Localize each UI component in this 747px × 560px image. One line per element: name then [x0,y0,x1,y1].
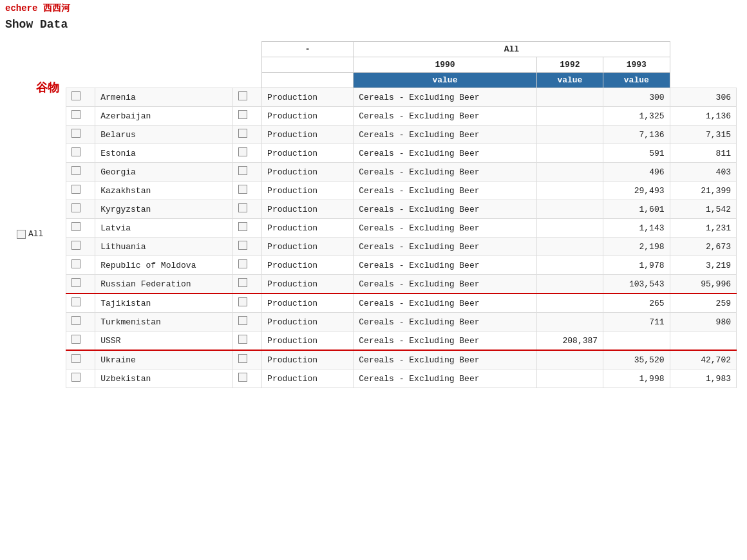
value-cell-v1992: 300 [603,88,670,107]
item-name: Cereals - Excluding Beer [354,294,536,313]
value-cell-v1992 [603,331,670,351]
country-checkbox-cell [66,144,95,163]
element-checkbox[interactable] [238,278,247,287]
all-checkbox-row[interactable]: All [17,229,43,239]
value-cell-v1993: 811 [670,144,736,163]
country-name: Ukraine [95,350,233,369]
all-toggle[interactable]: - [262,42,354,57]
element-checkbox[interactable] [238,222,247,231]
item-name: Cereals - Excluding Beer [354,126,536,144]
country-checkbox-cell [66,126,95,144]
year-1993: 1993 [603,57,670,73]
item-name: Cereals - Excluding Beer [354,275,536,294]
value-cell-v1993: 21,399 [670,182,736,200]
country-checkbox-cell [66,107,95,126]
data-table: - All 1990 1992 1993 value [66,41,737,388]
value-cell-v1990 [536,107,603,126]
header-row-all: - All [66,42,737,57]
country-checkbox-cell [66,163,95,182]
country-checkbox[interactable] [71,185,80,194]
value-cell-v1990 [536,163,603,182]
item-name: Cereals - Excluding Beer [354,256,536,275]
header-row-years: 1990 1992 1993 [66,57,737,73]
country-name: USSR [95,331,233,351]
value-header-1990: value [354,73,536,88]
value-cell-v1990 [536,275,603,294]
element-checkbox-cell [232,369,261,388]
country-checkbox[interactable] [71,147,80,156]
element-name: Production [262,200,354,219]
value-cell-v1992: 1,143 [603,219,670,238]
country-checkbox[interactable] [71,110,80,119]
item-name: Cereals - Excluding Beer [354,331,536,351]
value-cell-v1992: 711 [603,313,670,331]
country-checkbox[interactable] [71,241,80,250]
country-checkbox[interactable] [71,297,80,306]
value-cell-v1990 [536,238,603,256]
element-name: Production [262,88,354,107]
element-checkbox[interactable] [238,110,247,119]
site-name: echere 西西河 [5,3,70,14]
value-cell-v1990 [536,256,603,275]
element-checkbox[interactable] [238,147,247,156]
element-checkbox[interactable] [238,203,247,212]
value-cell-v1992: 265 [603,294,670,313]
table-row: KazakhstanProductionCereals - Excluding … [66,182,737,200]
country-name: Estonia [95,144,233,163]
country-checkbox[interactable] [71,259,80,268]
all-checkbox[interactable] [17,230,26,239]
element-name: Production [262,107,354,126]
country-name: Belarus [95,126,233,144]
country-checkbox[interactable] [71,203,80,212]
country-checkbox[interactable] [71,91,80,100]
element-checkbox[interactable] [238,259,247,268]
country-checkbox[interactable] [71,278,80,287]
value-header-1992: value [536,73,603,88]
element-checkbox[interactable] [238,129,247,138]
element-checkbox[interactable] [238,241,247,250]
element-checkbox[interactable] [238,166,247,175]
element-name: Production [262,313,354,331]
value-cell-v1992: 496 [603,163,670,182]
table-wrapper: - All 1990 1992 1993 value [66,41,737,388]
country-checkbox[interactable] [71,373,80,382]
item-name: Cereals - Excluding Beer [354,182,536,200]
table-row: UzbekistanProductionCereals - Excluding … [66,369,737,388]
value-cell-v1990 [536,219,603,238]
value-cell-v1990: 208,387 [536,331,603,351]
element-checkbox[interactable] [238,335,247,344]
country-checkbox-cell [66,294,95,313]
value-cell-v1993: 980 [670,313,736,331]
item-name: Cereals - Excluding Beer [354,163,536,182]
element-name: Production [262,275,354,294]
country-checkbox[interactable] [71,129,80,138]
element-checkbox[interactable] [238,91,247,100]
country-checkbox[interactable] [71,222,80,231]
element-checkbox[interactable] [238,316,247,325]
country-checkbox-cell [66,88,95,107]
element-name: Production [262,369,354,388]
element-name: Production [262,219,354,238]
country-checkbox-cell [66,219,95,238]
country-checkbox-cell [66,200,95,219]
value-cell-v1993: 403 [670,163,736,182]
item-name: Cereals - Excluding Beer [354,200,536,219]
year-1990: 1990 [354,57,536,73]
country-checkbox[interactable] [71,166,80,175]
element-checkbox[interactable] [238,373,247,382]
value-cell-v1993: 2,673 [670,238,736,256]
country-checkbox[interactable] [71,354,80,363]
element-name: Production [262,182,354,200]
element-checkbox[interactable] [238,297,247,306]
table-row: EstoniaProductionCereals - Excluding Bee… [66,144,737,163]
country-checkbox[interactable] [71,335,80,344]
country-checkbox[interactable] [71,316,80,325]
element-checkbox[interactable] [238,354,247,363]
country-checkbox-cell [66,238,95,256]
element-checkbox[interactable] [238,185,247,194]
element-checkbox-cell [232,331,261,351]
element-name: Production [262,256,354,275]
element-name: Production [262,350,354,369]
country-name: Turkmenistan [95,313,233,331]
element-checkbox-cell [232,219,261,238]
